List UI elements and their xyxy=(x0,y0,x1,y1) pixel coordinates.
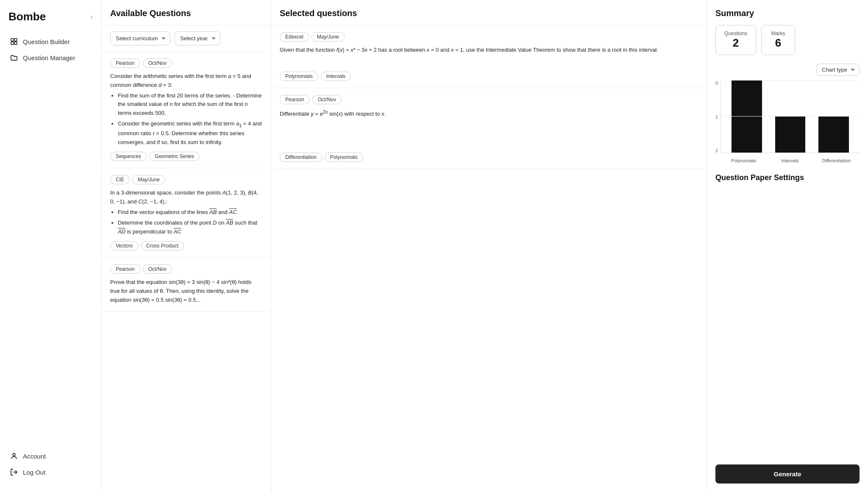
bar-group-polynomials xyxy=(725,81,768,153)
generate-button[interactable]: Generate xyxy=(715,464,860,484)
tag[interactable]: May/June xyxy=(312,32,345,42)
question-text: Prove that the equation sin(3θ) = 3 sin(… xyxy=(110,278,262,304)
app-title: Bombe xyxy=(8,10,46,23)
tag[interactable]: Intervals xyxy=(321,72,351,81)
svg-rect-0 xyxy=(11,39,14,41)
y-axis-labels: 2 1 0 xyxy=(715,81,718,153)
questions-stat-box: Questions 2 xyxy=(715,25,756,55)
selected-filter-tags: Pearson Oct/Nov xyxy=(280,95,698,104)
tag[interactable]: Edexcel xyxy=(280,32,309,42)
question-card: CIE May/June In a 3-dimensional space, c… xyxy=(102,168,271,258)
sidebar-item-logout[interactable]: Log Out xyxy=(5,464,96,480)
sidebar-logo: Bombe ‹ xyxy=(0,8,101,33)
grid-line-1 xyxy=(721,116,860,117)
svg-rect-2 xyxy=(11,42,14,44)
summary-title: Summary xyxy=(715,8,860,18)
chart-type-select[interactable]: Chart type Bar Line Pie xyxy=(816,64,860,76)
selected-topic-tags: Polynomials Intervals xyxy=(280,72,698,81)
questions-list: Pearson Oct/Nov Consider the arithmetic … xyxy=(102,52,271,492)
logout-icon xyxy=(10,468,18,476)
question-card: Pearson Oct/Nov Consider the arithmetic … xyxy=(102,52,271,168)
svg-rect-1 xyxy=(14,39,17,41)
sidebar-footer: Account Log Out xyxy=(0,448,101,484)
sidebar-item-label: Account xyxy=(23,453,46,460)
question-topic-tags: Vectors Cross Product xyxy=(110,241,262,250)
tag[interactable]: Differentiation xyxy=(280,153,322,162)
svg-rect-3 xyxy=(14,42,17,44)
selected-topic-tags: Differentiation Polynomials xyxy=(280,153,698,162)
tag[interactable]: Cross Product xyxy=(141,241,184,250)
y-label: 2 xyxy=(715,148,718,153)
chart-area xyxy=(721,81,860,153)
bar-label-intervals: Intervals xyxy=(767,158,813,163)
sidebar-item-question-manager[interactable]: Question Manager xyxy=(5,50,96,66)
grid-line-2 xyxy=(721,80,860,81)
user-icon xyxy=(10,452,18,460)
bar-intervals xyxy=(775,117,806,153)
sidebar-item-label: Question Manager xyxy=(23,54,75,61)
selected-filter-tags: Edexcel May/June xyxy=(280,32,698,42)
selected-question-card: Edexcel May/June Given that the function… xyxy=(271,25,707,88)
tag[interactable]: Oct/Nov xyxy=(312,95,342,104)
marks-stat-value: 6 xyxy=(770,36,786,50)
collapse-sidebar-button[interactable]: ‹ xyxy=(91,13,93,21)
bar-label-polynomials: Polynomials xyxy=(721,158,767,163)
sidebar-item-label: Log Out xyxy=(23,469,45,476)
grid-icon xyxy=(10,38,18,45)
sidebar-nav: Question Builder Question Manager xyxy=(0,33,101,448)
summary-panel: Summary Questions 2 Marks 6 Chart type B… xyxy=(707,0,868,492)
tag[interactable]: Geometric Series xyxy=(149,152,200,161)
selected-questions-list: Edexcel May/June Given that the function… xyxy=(271,25,707,492)
summary-stats: Questions 2 Marks 6 xyxy=(715,25,860,55)
settings-title: Question Paper Settings xyxy=(715,173,860,182)
generate-button-container: Generate xyxy=(715,456,860,484)
question-text: Consider the arithmetic series with the … xyxy=(110,72,262,147)
bar-label-differentiation: Differentiation xyxy=(813,158,860,163)
sidebar-item-account[interactable]: Account xyxy=(5,448,96,464)
bar-group-differentiation xyxy=(812,117,855,153)
folder-icon xyxy=(10,54,18,61)
marks-stat-box: Marks 6 xyxy=(761,25,795,55)
tag[interactable]: Vectors xyxy=(110,241,138,250)
chart-wrapper: 2 1 0 xyxy=(715,81,860,163)
tag[interactable]: Sequences xyxy=(110,152,147,161)
selected-question-card: Pearson Oct/Nov Differentiate y = e2x si… xyxy=(271,88,707,169)
bar-chart: 2 1 0 xyxy=(715,81,860,163)
tag[interactable]: Pearson xyxy=(110,264,140,274)
bar-differentiation xyxy=(818,117,849,153)
curriculum-select[interactable]: Select curriculum Pearson CIE xyxy=(110,31,170,45)
svg-point-4 xyxy=(13,453,15,456)
year-select[interactable]: Select year May/June Oct/Nov xyxy=(175,31,220,45)
available-questions-title: Available Questions xyxy=(102,0,271,25)
question-text: In a 3-dimensional space, consider the p… xyxy=(110,189,262,236)
tag[interactable]: Polynomials xyxy=(280,72,318,81)
question-filter-tags: Pearson Oct/Nov xyxy=(110,58,262,68)
marks-stat-label: Marks xyxy=(770,31,786,36)
tag[interactable]: Polynomials xyxy=(325,153,363,162)
tag[interactable]: May/June xyxy=(132,175,165,184)
tag[interactable]: CIE xyxy=(110,175,130,184)
chart-header: Chart type Bar Line Pie xyxy=(715,64,860,76)
selected-questions-panel: Selected questions Edexcel May/June Give… xyxy=(271,0,707,492)
question-filter-tags: Pearson Oct/Nov xyxy=(110,264,262,274)
tag[interactable]: Pearson xyxy=(280,95,310,104)
sidebar-item-question-builder[interactable]: Question Builder xyxy=(5,33,96,50)
main-content: Available Questions Select curriculum Pe… xyxy=(102,0,868,492)
questions-stat-value: 2 xyxy=(724,36,747,50)
selected-question-text: Given that the function f(x) = x³ − 3x +… xyxy=(280,46,698,55)
selected-question-text: Differentiate y = e2x sin(x) with respec… xyxy=(280,108,698,119)
y-label: 1 xyxy=(715,115,718,120)
tag[interactable]: Oct/Nov xyxy=(143,264,172,274)
bar-group-intervals xyxy=(768,117,812,153)
tag[interactable]: Pearson xyxy=(110,58,140,68)
question-card: Pearson Oct/Nov Prove that the equation … xyxy=(102,258,271,311)
bar-labels-row: Polynomials Intervals Differentiation xyxy=(721,156,860,163)
questions-stat-label: Questions xyxy=(724,31,747,36)
chart-inner: Polynomials Intervals Differentiation xyxy=(721,81,860,163)
available-questions-filters: Select curriculum Pearson CIE Select yea… xyxy=(102,25,271,52)
bar-polynomials xyxy=(732,81,762,153)
tag[interactable]: Oct/Nov xyxy=(143,58,172,68)
question-topic-tags: Sequences Geometric Series xyxy=(110,152,262,161)
sidebar: Bombe ‹ Question Builder Question Manage… xyxy=(0,0,102,492)
settings-spacer xyxy=(715,189,860,456)
